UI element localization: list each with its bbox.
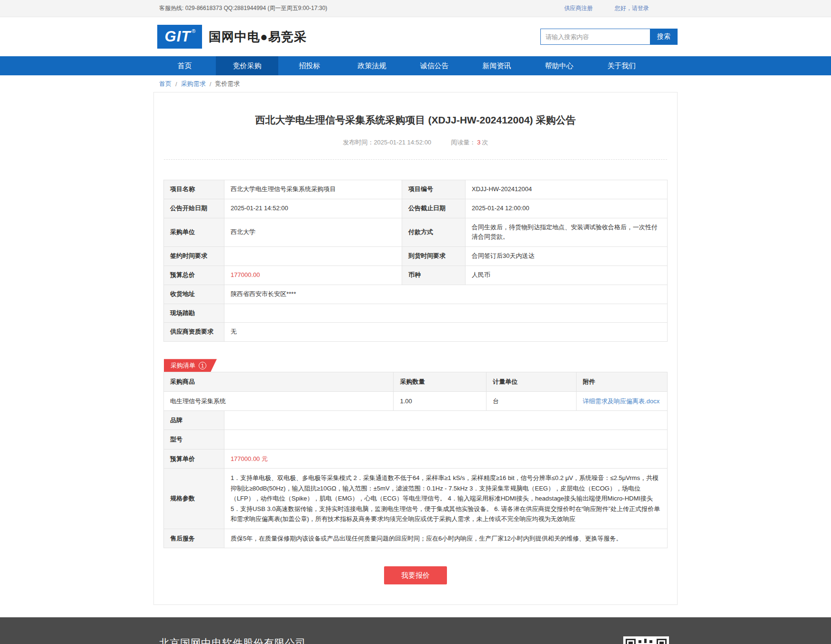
- views-count: 3: [477, 139, 480, 146]
- search-button[interactable]: 搜索: [650, 29, 678, 45]
- footer-company-name: 北京国网中电软件股份有限公司: [159, 636, 329, 644]
- end-date-label: 公告截止日期: [402, 199, 466, 218]
- delivery-time-value: 合同签订后30天内送达: [466, 247, 668, 266]
- site-visit-value: [224, 304, 668, 323]
- publish-time: 2025-01-21 14:52:00: [374, 139, 431, 146]
- views-unit: 次: [482, 139, 488, 146]
- git-logo: GIT®: [157, 25, 202, 49]
- delivery-address-label: 收货地址: [164, 285, 224, 304]
- table-row: 现场踏勘: [164, 304, 668, 323]
- nav-item-integrity[interactable]: 诚信公告: [403, 56, 466, 75]
- attachment-link[interactable]: 详细需求及响应偏离表.docx: [583, 398, 659, 405]
- supplier-register-link[interactable]: 供应商注册: [564, 4, 593, 12]
- purchase-list-badge: 采购清单 1: [164, 359, 217, 372]
- logo-text: GIT: [165, 25, 191, 49]
- quantity-value: 1.00: [394, 391, 486, 410]
- footer: 北京国网中电软件股份有限公司 电话：029-86618373/138110016…: [0, 617, 831, 644]
- login-link[interactable]: 您好，请登录: [615, 4, 649, 12]
- table-row: 预算总价 177000.00 币种 人民币: [164, 266, 668, 285]
- qr-code[interactable]: [623, 636, 669, 644]
- table-header-row: 采购商品 采购数量 计量单位 附件: [164, 372, 668, 391]
- product-header: 采购商品: [164, 372, 394, 391]
- buyer-value: 西北大学: [224, 218, 402, 247]
- registered-mark: ®: [192, 28, 195, 34]
- project-name-value: 西北大学电生理信号采集系统采购项目: [224, 180, 402, 199]
- currency-label: 币种: [402, 266, 466, 285]
- purchase-list-count: 1: [199, 362, 206, 369]
- quantity-header: 采购数量: [394, 372, 486, 391]
- search-input[interactable]: [540, 29, 650, 45]
- table-row: 公告开始日期 2025-01-21 14:52:00 公告截止日期 2025-0…: [164, 199, 668, 218]
- topbar: 客服热线: 029-86618373 QQ:2881944994 (周一至周五9…: [0, 0, 831, 17]
- breadcrumb: 首页 / 采购需求 / 竞价需求: [153, 75, 678, 92]
- delivery-address-value: 陕西省西安市长安区****: [224, 285, 668, 304]
- start-date-label: 公告开始日期: [164, 199, 224, 218]
- project-info-table: 项目名称 西北大学电生理信号采集系统采购项目 项目编号 XDJJ-HW-2024…: [163, 180, 668, 342]
- sign-time-label: 签约时间要求: [164, 247, 224, 266]
- announcement-card: 西北大学电生理信号采集系统采购项目 (XDJJ-HW-202412004) 采购…: [153, 92, 678, 605]
- nav-item-policy[interactable]: 政策法规: [341, 56, 403, 75]
- breadcrumb-current: 竞价需求: [215, 80, 240, 88]
- project-no-value: XDJJ-HW-202412004: [466, 180, 668, 199]
- table-row: 签约时间要求 到货时间要求 合同签订后30天内送达: [164, 247, 668, 266]
- table-row: 品牌: [164, 411, 668, 430]
- unit-price-label: 预算单价: [164, 449, 224, 468]
- publish-time-label: 发布时间：: [343, 139, 374, 146]
- unit-price-value: 177000.00 元: [224, 449, 667, 468]
- purchase-list-table: 采购商品 采购数量 计量单位 附件 电生理信号采集系统 1.00 台 详细需求及…: [163, 372, 668, 548]
- delivery-time-label: 到货时间要求: [402, 247, 466, 266]
- service-hotline: 客服热线: 029-86618373 QQ:2881944994 (周一至周五9…: [153, 4, 327, 12]
- spec-value: 1．支持单电极、双电极、多电极等采集模式 2．采集通道数不低于64，采样率≥1 …: [224, 469, 667, 529]
- buyer-label: 采购单位: [164, 218, 224, 247]
- nav-item-help[interactable]: 帮助中心: [528, 56, 590, 75]
- site-header: GIT® 国网中电●易竞采 搜索: [0, 17, 831, 56]
- project-no-label: 项目编号: [402, 180, 466, 199]
- nav-item-tender[interactable]: 招投标: [278, 56, 341, 75]
- nav-item-home[interactable]: 首页: [153, 56, 216, 75]
- budget-label: 预算总价: [164, 266, 224, 285]
- payment-label: 付款方式: [402, 218, 466, 247]
- spec-label: 规格参数: [164, 469, 224, 529]
- nav-item-about[interactable]: 关于我们: [590, 56, 653, 75]
- model-value: [224, 430, 667, 449]
- sign-time-value: [224, 247, 402, 266]
- main-nav: 首页 竞价采购 招投标 政策法规 诚信公告 新闻资讯 帮助中心 关于我们: [0, 56, 831, 75]
- start-date-value: 2025-01-21 14:52:00: [224, 199, 402, 218]
- table-row: 供应商资质要求 无: [164, 323, 668, 342]
- breadcrumb-purchase-demand[interactable]: 采购需求: [181, 80, 206, 88]
- qualification-value: 无: [224, 323, 668, 342]
- brand-value: [224, 411, 667, 430]
- budget-value: 177000.00: [224, 266, 402, 285]
- table-row: 电生理信号采集系统 1.00 台 详细需求及响应偏离表.docx: [164, 391, 668, 410]
- breadcrumb-separator: /: [175, 81, 177, 88]
- after-sale-label: 售后服务: [164, 529, 224, 548]
- table-row: 采购单位 西北大学 付款方式 合同生效后，待货物到达指定地点、安装调试验收合格后…: [164, 218, 668, 247]
- site-name: 国网中电●易竞采: [209, 29, 307, 45]
- table-row: 型号: [164, 430, 668, 449]
- breadcrumb-home[interactable]: 首页: [159, 80, 172, 88]
- unit-header: 计量单位: [486, 372, 577, 391]
- quote-button[interactable]: 我要报价: [384, 566, 447, 584]
- page-title: 西北大学电生理信号采集系统采购项目 (XDJJ-HW-202412004) 采购…: [154, 92, 677, 127]
- table-row: 售后服务 质保5年，在质量保修期内该设备或产品出现任何质量问题的回应时间；应在6…: [164, 529, 668, 548]
- purchase-list-badge-label: 采购清单: [171, 361, 195, 370]
- table-row: 项目名称 西北大学电生理信号采集系统采购项目 项目编号 XDJJ-HW-2024…: [164, 180, 668, 199]
- nav-item-bidding-purchase[interactable]: 竞价采购: [216, 56, 278, 75]
- attachment-header: 附件: [577, 372, 668, 391]
- site-visit-label: 现场踏勘: [164, 304, 224, 323]
- nav-item-news[interactable]: 新闻资讯: [466, 56, 528, 75]
- table-row: 规格参数 1．支持单电极、双电极、多电极等采集模式 2．采集通道数不低于64，采…: [164, 469, 668, 529]
- model-label: 型号: [164, 430, 224, 449]
- table-row: 预算单价 177000.00 元: [164, 449, 668, 468]
- brand-label: 品牌: [164, 411, 224, 430]
- qualification-label: 供应商资质要求: [164, 323, 224, 342]
- breadcrumb-separator: /: [210, 81, 212, 88]
- announcement-meta: 发布时间：2025-01-21 14:52:00 阅读量：3次: [154, 127, 677, 159]
- currency-value: 人民币: [466, 266, 668, 285]
- unit-value: 台: [486, 391, 577, 410]
- after-sale-value: 质保5年，在质量保修期内该设备或产品出现任何质量问题的回应时间；应在6小时内响应…: [224, 529, 667, 548]
- end-date-value: 2025-01-24 12:00:00: [466, 199, 668, 218]
- project-name-label: 项目名称: [164, 180, 224, 199]
- payment-value: 合同生效后，待货物到达指定地点、安装调试验收合格后，一次性付清合同货款。: [466, 218, 668, 247]
- views-label: 阅读量：: [451, 139, 476, 146]
